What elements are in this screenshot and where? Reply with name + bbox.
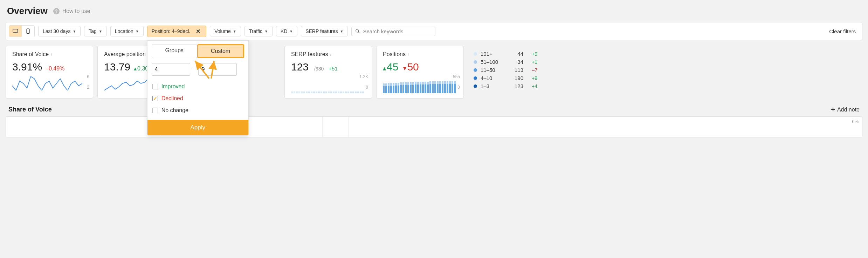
help-icon: ? <box>53 8 60 14</box>
sov-title: Share of Voice <box>12 51 49 57</box>
positions-down: 50 <box>403 61 419 73</box>
clear-filters-button[interactable]: Clear filters <box>826 26 859 36</box>
page-title: Overview <box>7 6 48 16</box>
checkbox-unchecked-icon <box>152 108 158 113</box>
positions-card: Positionsi 45 50 5550 <box>376 46 464 99</box>
plus-icon: + <box>831 106 835 114</box>
search-input[interactable] <box>363 28 432 34</box>
caret-down-icon: ▼ <box>73 29 76 33</box>
serp-features-filter[interactable]: SERP features▼ <box>301 26 348 36</box>
info-icon[interactable]: i <box>408 53 409 56</box>
sov-value: 3.91% <box>12 61 42 73</box>
legend-row[interactable]: 11–50113–7 <box>474 67 539 73</box>
positions-title: Positions <box>383 51 406 57</box>
date-filter[interactable]: Last 30 days▼ <box>38 26 81 36</box>
positions-legend: 101+44+951–10034+111–50113–74–10190+91–3… <box>468 46 545 99</box>
position-dropdown: Groups Custom – Improved Declined <box>147 40 249 136</box>
range-to-input[interactable] <box>198 63 237 76</box>
legend-dot-icon <box>474 68 477 72</box>
device-toggle <box>9 25 35 37</box>
improved-option[interactable]: Improved <box>152 81 244 93</box>
info-icon[interactable]: i <box>330 53 331 56</box>
caret-down-icon: ▼ <box>99 29 102 33</box>
add-note-button[interactable]: + Add note <box>831 106 860 114</box>
custom-tab[interactable]: Custom <box>197 44 244 58</box>
legend-row[interactable]: 51–10034+1 <box>474 59 539 65</box>
range-from-input[interactable] <box>152 63 190 76</box>
declined-option[interactable]: Declined <box>152 93 244 104</box>
position-filter[interactable]: Position: 4–9decl. ✕ <box>147 26 207 37</box>
info-icon[interactable]: i <box>51 53 52 56</box>
desktop-icon <box>12 28 19 34</box>
caret-down-icon: ▼ <box>340 29 344 33</box>
sov-delta: –0.49% <box>46 66 64 72</box>
nochange-option[interactable]: No change <box>152 104 244 116</box>
filter-bar: Last 30 days▼ Tag▼ Location▼ Position: 4… <box>6 22 862 40</box>
serp-card: SERP featuresi 123 /930 +51 1.2K0 <box>284 46 372 99</box>
sov-sparkline <box>12 76 82 90</box>
legend-dot-icon <box>474 52 477 56</box>
svg-point-3 <box>28 33 28 33</box>
device-desktop-button[interactable] <box>9 26 22 37</box>
legend-dot-icon <box>474 60 477 64</box>
legend-dot-icon <box>474 76 477 80</box>
avgpos-value: 13.79 <box>104 61 130 73</box>
sov-card: Share of Voicei 3.91% –0.49% 62 <box>6 46 93 99</box>
avgpos-title: Average position <box>104 51 146 57</box>
tag-filter[interactable]: Tag▼ <box>84 26 106 36</box>
serp-barchart <box>291 76 365 93</box>
serp-value: 123 <box>291 61 309 73</box>
svg-line-7 <box>358 32 360 33</box>
traffic-filter[interactable]: Traffic▼ <box>244 26 273 36</box>
section-title: Share of Voice <box>8 106 52 113</box>
groups-tab[interactable]: Groups <box>152 44 197 58</box>
search-icon <box>355 29 360 34</box>
mobile-icon <box>25 28 31 34</box>
device-mobile-button[interactable] <box>22 26 34 37</box>
serp-title: SERP features <box>291 51 328 57</box>
legend-row[interactable]: 4–10190+9 <box>474 75 539 81</box>
caret-down-icon: ▼ <box>233 29 236 33</box>
svg-rect-0 <box>13 29 18 32</box>
caret-down-icon: ▼ <box>136 29 139 33</box>
positions-up: 45 <box>383 61 398 73</box>
positions-barchart <box>383 76 457 93</box>
legend-dot-icon <box>474 84 477 88</box>
svg-point-6 <box>356 29 359 32</box>
checkbox-unchecked-icon <box>152 84 158 89</box>
range-dash: – <box>193 67 196 72</box>
how-to-use-label: How to use <box>62 8 90 14</box>
svg-rect-1 <box>14 33 16 34</box>
close-icon[interactable]: ✕ <box>194 28 202 35</box>
how-to-use-link[interactable]: ? How to use <box>53 8 90 14</box>
serp-delta: +51 <box>329 66 337 72</box>
sov-chart-ylabel: 6% <box>852 119 859 124</box>
apply-button[interactable]: Apply <box>147 120 248 135</box>
caret-down-icon: ▼ <box>289 29 293 33</box>
legend-row[interactable]: 1–3123+4 <box>474 83 539 89</box>
volume-filter[interactable]: Volume▼ <box>210 26 241 36</box>
kd-filter[interactable]: KD▼ <box>276 26 297 36</box>
serp-total: /930 <box>314 66 324 72</box>
legend-row[interactable]: 101+44+9 <box>474 51 539 57</box>
sov-chart-area: 6% <box>6 116 862 137</box>
avgpos-delta: 0.30 <box>134 65 148 72</box>
checkbox-checked-icon <box>152 96 158 101</box>
location-filter[interactable]: Location▼ <box>110 26 144 36</box>
caret-down-icon: ▼ <box>264 29 268 33</box>
search-keywords[interactable] <box>351 27 435 36</box>
